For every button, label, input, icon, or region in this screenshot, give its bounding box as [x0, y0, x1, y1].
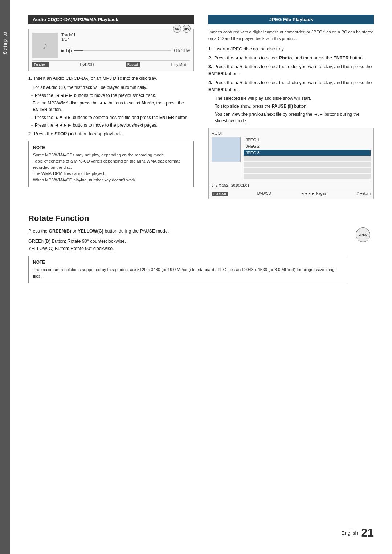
step-2-number: 2.: [28, 131, 32, 136]
rotate-section: Rotate Function Press the GREEN(B) or YE…: [28, 214, 374, 283]
player-info: Track01 1/17 ▶: [61, 33, 190, 53]
jpeg-file-blank-3: [244, 168, 371, 173]
player-progress: ▶ 0:15 / 3:59: [61, 49, 190, 53]
jpeg-meta: 642 X 352 2010/01/01: [212, 184, 249, 188]
play-button-icon[interactable]: ▶: [61, 49, 64, 53]
left-steps: 1. Insert an Audio CD(CD-DA) or an MP3 D…: [28, 75, 194, 138]
side-tab-label: Setup: [3, 38, 8, 54]
player-ui: CD MP3 ♪ Track01 1/17 ▶: [28, 29, 194, 71]
right-section-header: JPEG File Playback: [208, 15, 374, 24]
step-1-sub-2: For the MP3/WMA disc, press the ◄► butto…: [28, 100, 194, 113]
jpeg-file-3[interactable]: JPEG 3: [244, 150, 371, 156]
player-icon-buttons: CD MP3: [173, 25, 191, 33]
rotate-note-text: The maximum resolutions supported by thi…: [33, 267, 344, 279]
track-num: 1/17: [61, 37, 190, 41]
jpeg-file-list: JPEG 1 JPEG 2 JPEG 3: [244, 137, 371, 180]
right-step-4-sub-3: You can view the previous/next file by p…: [208, 111, 374, 124]
jpeg-file-blank-1: [244, 156, 371, 161]
note-line-3: The WMA-DRM files cannot be played.: [33, 171, 189, 177]
jpeg-footer: 642 X 352 2010/01/01: [212, 182, 371, 188]
jpeg-file-1[interactable]: JPEG 1: [244, 137, 371, 143]
side-tab: 03 Setup: [0, 0, 10, 554]
time-display: 0:15 / 3:59: [173, 49, 190, 53]
footer-repeat[interactable]: Repeat: [126, 62, 140, 67]
right-step-3: 3. Press the ▲▼ buttons to select the fo…: [208, 63, 374, 77]
rotate-description: Press the GREEN(B) or YELLOW(C) button d…: [28, 227, 348, 235]
jpeg-disc-icon: JPEG: [356, 227, 370, 242]
rotate-yellow-desc: YELLOW(C) Button: Rotate 90° clockwise.: [28, 245, 348, 252]
jpeg-file-2[interactable]: JPEG 2: [244, 143, 371, 149]
left-section-header: Audio CD(CD-DA)/MP3/WMA Playback: [28, 15, 194, 24]
step-1-number: 1.: [28, 76, 32, 81]
jpeg-footer-function[interactable]: Function: [212, 192, 228, 196]
cd-icon-btn[interactable]: CD: [173, 25, 181, 33]
note-line-1: Some MP3/WMA-CDs may not play, depending…: [33, 152, 189, 158]
right-step-1-text: Insert a JPEG disc on the disc tray.: [214, 46, 285, 52]
main-content: Audio CD(CD-DA)/MP3/WMA Playback CD MP3 …: [10, 0, 392, 554]
step-1-bullet-1: Press the |◄◄►► buttons to move to the p…: [28, 92, 194, 99]
track-name: Track01: [61, 33, 190, 37]
note-line-2: Table of contents of a MP3-CD varies dep…: [33, 158, 189, 171]
jpeg-browser-inner: JPEG 1 JPEG 2 JPEG 3: [212, 137, 371, 180]
step-2-text: Press the STOP (■) button to stop playba…: [34, 131, 123, 136]
player-inner: ♪ Track01 1/17 ▶: [32, 33, 190, 58]
right-step-3-text: Press the ▲▼ buttons to select the folde…: [208, 64, 372, 76]
progress-bar-fill: [74, 50, 83, 51]
rotate-content: Press the GREEN(B) or YELLOW(C) button d…: [28, 227, 374, 283]
page-number-area: English 21: [28, 519, 374, 539]
rotate-text: Press the GREEN(B) or YELLOW(C) button d…: [28, 227, 348, 283]
left-note-box: NOTE Some MP3/WMA-CDs may not play, depe…: [28, 141, 194, 187]
player-footer: Function DVD/CD Repeat Play Mode: [32, 60, 190, 67]
step-1-bullet-3: Press the ◄◄►► buttons to move to the pr…: [28, 122, 194, 128]
right-step-2-text: Press the ◄► buttons to select Photo, an…: [214, 56, 364, 61]
right-step-4-sub-2: To stop slide show, press the PAUSE (II)…: [208, 103, 374, 110]
right-step-4: 4. Press the ▲▼ buttons to select the ph…: [208, 79, 374, 93]
rotate-title: Rotate Function: [28, 214, 374, 223]
step-1-sub-1: For an Audio CD, the first track will be…: [28, 84, 194, 91]
step-1-bullet-2: Press the ▲▼◄► buttons to select a desir…: [28, 114, 194, 121]
player-thumbnail: ♪: [32, 33, 58, 58]
right-intro: Images captured with a digital camera or…: [208, 29, 374, 42]
eq-icon: [66, 49, 72, 53]
page-number: 21: [361, 526, 374, 539]
jpeg-browser: ROOT JPEG 1 JPEG 2 JPEG 3: [208, 128, 374, 199]
rotate-note-title: NOTE: [33, 260, 344, 265]
note-line-4: When MP3/WMA/CD playing, number key does…: [33, 177, 189, 183]
mp3-icon-btn[interactable]: MP3: [183, 25, 191, 33]
jpeg-footer-controls: Function DVD/CD ◄◄►► Pages ↺ Return: [212, 190, 371, 196]
right-step-2-number: 2.: [208, 56, 212, 61]
right-step-3-number: 3.: [208, 64, 212, 69]
progress-bar: [74, 50, 171, 51]
page-english-label: English: [341, 530, 358, 536]
left-column: Audio CD(CD-DA)/MP3/WMA Playback CD MP3 …: [28, 15, 194, 199]
two-col-layout: Audio CD(CD-DA)/MP3/WMA Playback CD MP3 …: [28, 15, 374, 199]
jpeg-footer-return[interactable]: ↺ Return: [356, 192, 371, 196]
music-note-icon: ♪: [42, 39, 48, 52]
left-note-title: NOTE: [33, 145, 189, 150]
step-item-2: 2. Press the STOP (■) button to stop pla…: [28, 131, 194, 138]
jpeg-footer-dvd: DVD/CD: [257, 192, 271, 196]
right-step-2: 2. Press the ◄► buttons to select Photo,…: [208, 55, 374, 62]
rotate-green-desc: GREEN(B) Button: Rotate 90° counterclock…: [28, 238, 348, 245]
right-step-1: 1. Insert a JPEG disc on the disc tray.: [208, 46, 374, 53]
step-1-text: Insert an Audio CD(CD-DA) or an MP3 Disc…: [34, 76, 157, 81]
jpeg-footer-pages[interactable]: ◄◄►► Pages: [301, 192, 326, 196]
rotate-note-box: NOTE The maximum resolutions supported b…: [28, 256, 348, 283]
jpeg-file-blank-4: [244, 174, 371, 179]
right-step-4-text: Press the ▲▼ buttons to select the photo…: [208, 80, 372, 92]
step-item-1: 1. Insert an Audio CD(CD-DA) or an MP3 D…: [28, 75, 194, 82]
right-step-1-number: 1.: [208, 46, 212, 52]
right-step-4-number: 4.: [208, 80, 212, 85]
rotate-icon-area: JPEG: [356, 227, 374, 283]
jpeg-root-label: ROOT: [212, 131, 371, 135]
right-step-4-sub-1: The selected file will play and slide sh…: [208, 95, 374, 102]
jpeg-thumbnail: [212, 137, 241, 162]
right-steps: 1. Insert a JPEG disc on the disc tray. …: [208, 46, 374, 124]
jpeg-file-blank-2: [244, 162, 371, 167]
right-column: JPEG File Playback Images captured with …: [208, 15, 374, 199]
footer-dvd-cd: DVD/CD: [78, 62, 95, 67]
footer-play-mode: Play Mode: [170, 62, 190, 67]
side-tab-number: 03: [3, 32, 7, 36]
footer-function[interactable]: Function: [32, 62, 49, 67]
